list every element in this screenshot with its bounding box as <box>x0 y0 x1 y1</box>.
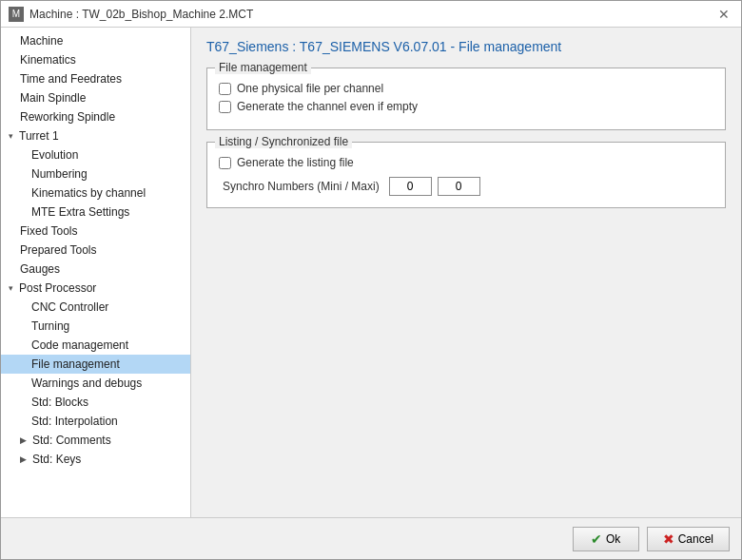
ok-button[interactable]: ✔ Ok <box>573 527 639 551</box>
sidebar-item-label: Std: Comments <box>32 434 111 447</box>
title-bar: M Machine : TW_02b_Bishop_Machine 2.MCT … <box>1 1 741 28</box>
sidebar-item-label: Std: Blocks <box>31 396 88 409</box>
generate-listing-checkbox[interactable] <box>219 157 231 169</box>
generate-listing-label: Generate the listing file <box>237 156 354 169</box>
sidebar-item-fixed-tools[interactable]: Fixed Tools <box>1 222 190 241</box>
sidebar-item-label: Prepared Tools <box>20 243 97 257</box>
footer: ✔ Ok ✖ Cancel <box>1 517 741 559</box>
sidebar-item-prepared-tools[interactable]: Prepared Tools <box>1 241 190 260</box>
cancel-icon: ✖ <box>663 531 674 547</box>
sidebar-item-label: MTE Extra Settings <box>31 205 129 219</box>
generate-channel-checkbox[interactable] <box>219 101 231 113</box>
listing-group: Listing / Synchronized file Generate the… <box>206 142 726 208</box>
sidebar-item-code-management[interactable]: Code management <box>1 336 190 355</box>
generate-listing-row: Generate the listing file <box>219 156 713 169</box>
sidebar-item-kinematics[interactable]: Kinematics <box>1 50 190 69</box>
file-management-group-content: One physical file per channel Generate t… <box>219 82 713 113</box>
main-window: M Machine : TW_02b_Bishop_Machine 2.MCT … <box>0 0 742 560</box>
synchro-row: Synchro Numbers (Mini / Maxi) <box>219 177 713 196</box>
sidebar-item-label: Reworking Spindle <box>20 110 115 124</box>
sidebar-item-file-management[interactable]: File management <box>1 355 190 374</box>
ok-label: Ok <box>606 532 620 546</box>
sidebar-item-label: Kinematics by channel <box>31 186 146 200</box>
listing-group-title: Listing / Synchronized file <box>215 135 352 148</box>
sidebar-item-label: Std: Keys <box>32 453 81 466</box>
synchro-mini-input[interactable] <box>389 177 432 196</box>
arrow-icon: ▾ <box>9 283 13 293</box>
sidebar-item-cnc-controller[interactable]: CNC Controller <box>1 298 190 317</box>
sidebar-item-mte-extra[interactable]: MTE Extra Settings <box>1 203 190 222</box>
ok-icon: ✔ <box>591 531 602 547</box>
sidebar-item-label: Main Spindle <box>20 91 86 105</box>
sidebar-item-label: Kinematics <box>20 53 76 67</box>
sidebar-item-label: Std: Interpolation <box>31 415 118 428</box>
sidebar: MachineKinematicsTime and FeedratesMain … <box>1 28 191 517</box>
sidebar-item-time-feedrates[interactable]: Time and Feedrates <box>1 69 190 88</box>
listing-group-content: Generate the listing file Synchro Number… <box>219 156 713 196</box>
sidebar-item-label: CNC Controller <box>31 300 108 314</box>
sidebar-item-label: Gauges <box>20 262 60 276</box>
synchro-maxi-input[interactable] <box>438 177 480 196</box>
sidebar-item-reworking-spindle[interactable]: Reworking Spindle <box>1 107 190 126</box>
page-title: T67_Siemens : T67_SIEMENS V6.07.01 - Fil… <box>206 39 726 54</box>
sidebar-item-std-comments[interactable]: ▶Std: Comments <box>1 431 190 450</box>
window-body: MachineKinematicsTime and FeedratesMain … <box>1 28 741 517</box>
sidebar-item-kinematics-channel[interactable]: Kinematics by channel <box>1 183 190 203</box>
sidebar-item-label: Evolution <box>31 148 78 162</box>
generate-channel-label: Generate the channel even if empty <box>237 100 418 113</box>
file-management-group: File management One physical file per ch… <box>206 68 726 130</box>
sidebar-item-numbering[interactable]: Numbering <box>1 164 190 183</box>
sidebar-item-std-interpolation[interactable]: Std: Interpolation <box>1 412 190 431</box>
window-title: Machine : TW_02b_Bishop_Machine 2.MCT <box>29 8 253 21</box>
sidebar-item-label: Machine <box>20 34 63 48</box>
sidebar-item-label: Numbering <box>31 167 88 181</box>
sidebar-item-warnings-debug[interactable]: Warnings and debugs <box>1 374 190 393</box>
sidebar-item-post-processor[interactable]: ▾Post Processor <box>1 279 190 298</box>
sidebar-item-machine[interactable]: Machine <box>1 31 190 50</box>
close-button[interactable]: ✕ <box>714 7 733 22</box>
sidebar-item-label: Turret 1 <box>19 129 59 143</box>
title-bar-left: M Machine : TW_02b_Bishop_Machine 2.MCT <box>9 7 253 22</box>
one-physical-file-label: One physical file per channel <box>237 82 383 95</box>
sidebar-item-label: Time and Feedrates <box>20 72 122 86</box>
sidebar-item-label: File management <box>31 357 120 371</box>
cancel-label: Cancel <box>678 532 713 546</box>
sidebar-item-turning[interactable]: Turning <box>1 317 190 336</box>
synchro-label: Synchro Numbers (Mini / Maxi) <box>223 180 380 193</box>
sidebar-item-label: Code management <box>31 338 128 352</box>
arrow-icon: ▶ <box>20 435 27 445</box>
one-physical-file-checkbox[interactable] <box>219 83 231 95</box>
sidebar-item-label: Warnings and debugs <box>31 377 142 390</box>
arrow-icon: ▾ <box>9 131 13 141</box>
sidebar-item-label: Turning <box>31 319 69 333</box>
arrow-icon: ▶ <box>20 454 27 464</box>
sidebar-item-label: Fixed Tools <box>20 224 77 238</box>
sidebar-item-std-keys[interactable]: ▶Std: Keys <box>1 450 190 469</box>
sidebar-item-gauges[interactable]: Gauges <box>1 260 190 279</box>
sidebar-item-turret1[interactable]: ▾Turret 1 <box>1 126 190 145</box>
sidebar-item-label: Post Processor <box>19 281 96 295</box>
file-management-group-title: File management <box>215 61 311 74</box>
checkbox-row-2: Generate the channel even if empty <box>219 100 713 113</box>
sidebar-item-std-blocks[interactable]: Std: Blocks <box>1 393 190 412</box>
sidebar-item-main-spindle[interactable]: Main Spindle <box>1 88 190 107</box>
cancel-button[interactable]: ✖ Cancel <box>647 527 730 551</box>
window-icon: M <box>9 7 24 22</box>
checkbox-row-1: One physical file per channel <box>219 82 713 95</box>
main-content: T67_Siemens : T67_SIEMENS V6.07.01 - Fil… <box>191 28 741 517</box>
sidebar-item-evolution[interactable]: Evolution <box>1 145 190 164</box>
